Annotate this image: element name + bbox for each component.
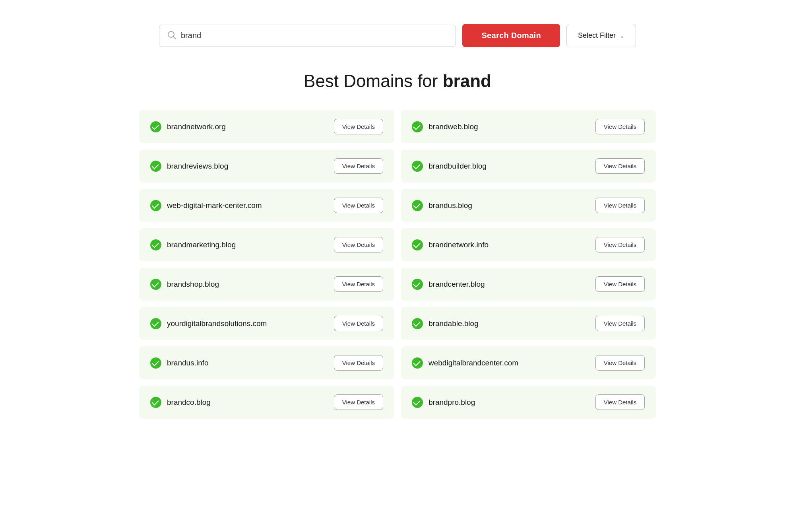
view-details-button[interactable]: View Details [595,198,645,213]
available-icon [412,397,423,408]
search-input-wrapper [159,25,456,47]
domain-item: brandable.blog View Details [401,307,656,340]
domain-name: brandmarketing.blog [167,241,236,249]
available-icon [412,200,423,211]
domain-left: yourdigitalbrandsolutions.com [150,318,267,329]
domain-item: yourdigitalbrandsolutions.com View Detai… [139,307,394,340]
available-icon [150,200,161,211]
domain-name: brandreviews.blog [167,162,228,171]
view-details-button[interactable]: View Details [595,237,645,252]
view-details-button[interactable]: View Details [334,394,383,410]
domain-name: brandus.blog [429,201,472,210]
domain-item: brandweb.blog View Details [401,110,656,143]
domain-name: brandcenter.blog [429,280,485,289]
domain-item: web-digital-mark-center.com View Details [139,189,394,222]
domain-name: brandnetwork.org [167,122,226,131]
available-icon [412,357,423,369]
available-icon [150,161,161,172]
domain-name: brandpro.blog [429,398,475,407]
domain-left: brandnetwork.info [412,239,489,250]
available-icon [412,279,423,290]
available-icon [150,318,161,329]
view-details-button[interactable]: View Details [334,316,383,331]
available-icon [412,318,423,329]
domain-left: brandus.info [150,357,209,369]
domain-left: brandmarketing.blog [150,239,236,250]
domain-left: brandnetwork.org [150,121,226,132]
domain-name: brandable.blog [429,319,479,328]
available-icon [412,239,423,250]
view-details-button[interactable]: View Details [595,119,645,134]
domain-left: brandcenter.blog [412,279,485,290]
available-icon [150,357,161,369]
domain-item: brandcenter.blog View Details [401,268,656,301]
available-icon [412,121,423,132]
domain-item: brandus.blog View Details [401,189,656,222]
view-details-button[interactable]: View Details [334,355,383,371]
domain-name: brandus.info [167,359,209,367]
domain-name: brandbuilder.blog [429,162,487,171]
domain-item: brandnetwork.info View Details [401,228,656,261]
domain-left: web-digital-mark-center.com [150,200,262,211]
domain-left: webdigitalbrandcenter.com [412,357,518,369]
domain-item: brandnetwork.org View Details [139,110,394,143]
domain-left: brandreviews.blog [150,161,228,172]
domain-item: brandmarketing.blog View Details [139,228,394,261]
domain-item: brandreviews.blog View Details [139,150,394,183]
domain-name: brandnetwork.info [429,241,489,249]
domain-left: brandpro.blog [412,397,475,408]
domain-item: brandus.info View Details [139,346,394,379]
view-details-button[interactable]: View Details [334,237,383,252]
view-details-button[interactable]: View Details [595,316,645,331]
domain-left: brandco.blog [150,397,211,408]
domain-item: webdigitalbrandcenter.com View Details [401,346,656,379]
domain-name: brandweb.blog [429,122,478,131]
domain-name: yourdigitalbrandsolutions.com [167,319,267,328]
domain-left: brandshop.blog [150,279,219,290]
domain-name: web-digital-mark-center.com [167,201,262,210]
view-details-button[interactable]: View Details [595,394,645,410]
view-details-button[interactable]: View Details [595,355,645,371]
domain-name: brandshop.blog [167,280,219,289]
domain-left: brandable.blog [412,318,479,329]
domains-grid: brandnetwork.org View Details brandweb.b… [139,110,656,419]
select-filter-button[interactable]: Select Filter ⌄ [566,24,636,47]
available-icon [150,239,161,250]
view-details-button[interactable]: View Details [334,119,383,134]
chevron-down-icon: ⌄ [620,33,624,39]
available-icon [150,279,161,290]
view-details-button[interactable]: View Details [595,158,645,174]
domain-item: brandbuilder.blog View Details [401,150,656,183]
search-icon [167,31,176,41]
svg-line-1 [173,37,176,39]
domain-item: brandpro.blog View Details [401,386,656,419]
view-details-button[interactable]: View Details [334,158,383,174]
search-domain-button[interactable]: Search Domain [462,24,560,47]
search-bar: Search Domain Select Filter ⌄ [159,24,636,47]
domain-item: brandshop.blog View Details [139,268,394,301]
domain-name: webdigitalbrandcenter.com [429,359,518,367]
search-input[interactable] [181,31,448,40]
page-title: Best Domains for brand [32,71,763,91]
available-icon [412,161,423,172]
domain-left: brandbuilder.blog [412,161,487,172]
view-details-button[interactable]: View Details [334,276,383,292]
domain-left: brandus.blog [412,200,472,211]
view-details-button[interactable]: View Details [334,198,383,213]
filter-label: Select Filter [578,31,616,40]
available-icon [150,121,161,132]
domain-name: brandco.blog [167,398,211,407]
available-icon [150,397,161,408]
view-details-button[interactable]: View Details [595,276,645,292]
domain-item: brandco.blog View Details [139,386,394,419]
domain-left: brandweb.blog [412,121,478,132]
